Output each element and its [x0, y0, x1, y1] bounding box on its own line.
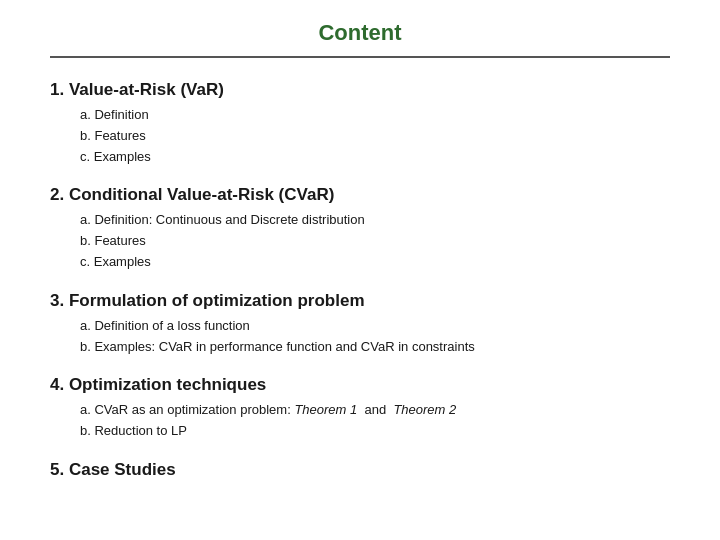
section-4: 4. Optimization techniques a. CVaR as an…	[50, 375, 670, 442]
section-1: 1. Value-at-Risk (VaR) a. Definition b. …	[50, 80, 670, 167]
section-5: 5. Case Studies	[50, 460, 670, 485]
list-item: b. Features	[80, 126, 670, 147]
list-item: c. Examples	[80, 252, 670, 273]
list-item: b. Examples: CVaR in performance functio…	[80, 337, 670, 358]
section-2-subitems: a. Definition: Continuous and Discrete d…	[50, 210, 670, 272]
section-3-heading: 3. Formulation of optimization problem	[50, 291, 670, 311]
section-5-heading: 5. Case Studies	[50, 460, 670, 480]
section-2: 2. Conditional Value-at-Risk (CVaR) a. D…	[50, 185, 670, 272]
page: Content 1. Value-at-Risk (VaR) a. Defini…	[0, 0, 720, 540]
italic-theorem2: Theorem 2	[393, 402, 456, 417]
section-1-subitems: a. Definition b. Features c. Examples	[50, 105, 670, 167]
page-title: Content	[318, 20, 401, 45]
list-item: c. Examples	[80, 147, 670, 168]
list-item: b. Reduction to LP	[80, 421, 670, 442]
list-item: a. CVaR as an optimization problem: Theo…	[80, 400, 670, 421]
list-item: a. Definition of a loss function	[80, 316, 670, 337]
title-container: Content	[50, 20, 670, 58]
section-2-heading: 2. Conditional Value-at-Risk (CVaR)	[50, 185, 670, 205]
section-4-heading: 4. Optimization techniques	[50, 375, 670, 395]
list-item: a. Definition	[80, 105, 670, 126]
section-1-heading: 1. Value-at-Risk (VaR)	[50, 80, 670, 100]
italic-theorem1: Theorem 1	[294, 402, 357, 417]
section-3: 3. Formulation of optimization problem a…	[50, 291, 670, 358]
section-4-subitems: a. CVaR as an optimization problem: Theo…	[50, 400, 670, 442]
list-item: b. Features	[80, 231, 670, 252]
list-item: a. Definition: Continuous and Discrete d…	[80, 210, 670, 231]
section-3-subitems: a. Definition of a loss function b. Exam…	[50, 316, 670, 358]
